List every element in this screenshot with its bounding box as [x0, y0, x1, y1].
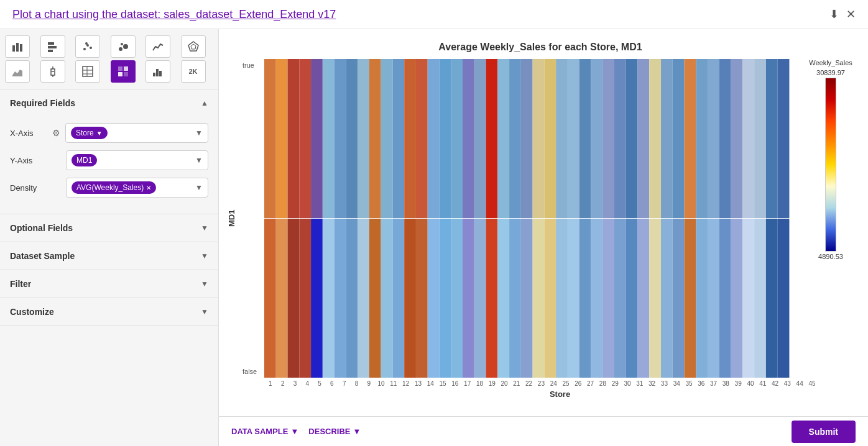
- describe-label: DESCRIBE: [308, 427, 350, 436]
- x-tick: 24: [547, 380, 560, 387]
- chart-icon-area[interactable]: [5, 60, 30, 83]
- svg-rect-57: [416, 219, 428, 378]
- x-tick: 29: [609, 380, 621, 387]
- required-fields-header[interactable]: Required Fields ▲: [0, 89, 218, 117]
- svg-rect-87: [591, 219, 603, 378]
- svg-rect-62: [451, 59, 463, 219]
- svg-rect-63: [451, 219, 463, 378]
- chart-icon-bubble[interactable]: [111, 35, 136, 58]
- x-tick: 17: [461, 380, 474, 387]
- svg-rect-53: [392, 219, 404, 378]
- xaxis-tag[interactable]: Store ▼: [71, 127, 108, 139]
- svg-rect-84: [579, 59, 591, 219]
- svg-point-11: [123, 44, 128, 49]
- svg-rect-51: [381, 219, 393, 378]
- yaxis-dropdown-arrow[interactable]: ▼: [195, 156, 203, 165]
- svg-rect-108: [719, 59, 731, 219]
- density-dropdown-arrow[interactable]: ▼: [195, 183, 203, 192]
- chart-icon-radar[interactable]: [181, 35, 206, 58]
- xaxis-tag-arrow: ▼: [96, 130, 103, 137]
- data-sample-button[interactable]: DATA SAMPLE ▼: [231, 427, 298, 436]
- legend-bar: [825, 78, 836, 252]
- svg-rect-86: [591, 59, 603, 219]
- x-tick: 3: [289, 380, 302, 387]
- svg-rect-79: [544, 219, 556, 378]
- density-tag[interactable]: AVG(Weekly_Sales) ✕: [72, 181, 156, 194]
- svg-rect-105: [696, 219, 708, 378]
- svg-rect-97: [649, 219, 661, 378]
- x-tick: 45: [806, 380, 818, 387]
- x-tick: 22: [523, 380, 535, 387]
- chart-icon-bar-vertical[interactable]: [5, 35, 30, 58]
- close-button[interactable]: ✕: [846, 7, 856, 21]
- chart-area: Average Weekly_Sales for each Store, MD1…: [219, 29, 868, 446]
- x-tick: 38: [719, 380, 732, 387]
- chart-icon-histogram[interactable]: [145, 60, 170, 83]
- filter-header[interactable]: Filter ▼: [0, 270, 218, 298]
- svg-rect-91: [614, 219, 626, 378]
- svg-rect-43: [335, 219, 346, 378]
- xaxis-dropdown-arrow[interactable]: ▼: [195, 129, 203, 137]
- submit-button[interactable]: Submit: [792, 421, 856, 443]
- x-tick: 15: [436, 380, 449, 387]
- svg-rect-102: [685, 59, 696, 219]
- customize-header[interactable]: Customize ▼: [0, 298, 218, 325]
- svg-rect-36: [299, 59, 311, 219]
- svg-rect-116: [766, 59, 778, 219]
- heatmap-svg: [264, 59, 800, 378]
- yaxis-tag[interactable]: MD1: [72, 154, 97, 166]
- chart-icon-2k[interactable]: 2K: [181, 60, 206, 83]
- x-tick: 6: [326, 380, 338, 387]
- svg-rect-48: [369, 59, 381, 219]
- x-tick: 16: [449, 380, 461, 387]
- optional-fields-header[interactable]: Optional Fields ▼: [0, 214, 218, 242]
- svg-rect-104: [696, 59, 708, 219]
- x-tick: 27: [584, 380, 597, 387]
- chart-icon-scatter[interactable]: [75, 35, 100, 58]
- svg-rect-26: [124, 72, 128, 76]
- x-tick: 23: [535, 380, 548, 387]
- required-fields-content: X-Axis ⚙ Store ▼ ▼ Y-Axis M: [0, 117, 218, 214]
- svg-rect-115: [754, 219, 766, 378]
- xaxis-control[interactable]: Store ▼ ▼: [65, 123, 208, 143]
- svg-rect-41: [323, 219, 335, 378]
- svg-rect-85: [579, 219, 591, 378]
- xaxis-gear-icon[interactable]: ⚙: [52, 128, 60, 138]
- x-tick: 41: [757, 380, 769, 387]
- svg-rect-80: [556, 59, 568, 219]
- describe-button[interactable]: DESCRIBE ▼: [308, 427, 361, 436]
- density-control[interactable]: AVG(Weekly_Sales) ✕ ▼: [66, 178, 208, 198]
- xaxis-value: Store: [76, 129, 94, 137]
- x-tick: 11: [387, 380, 400, 387]
- chart-icon-bar-horizontal[interactable]: [40, 35, 65, 58]
- svg-rect-42: [335, 59, 346, 219]
- y-axis-ticks: true false: [242, 59, 264, 378]
- svg-point-8: [90, 47, 92, 49]
- svg-rect-28: [156, 69, 159, 76]
- svg-rect-59: [428, 219, 440, 378]
- density-label: Density: [10, 183, 47, 193]
- optional-fields-section: Optional Fields ▼: [0, 214, 218, 242]
- dataset-sample-header[interactable]: Dataset Sample ▼: [0, 242, 218, 270]
- heatmap-and-legend: Weekly_Sales 30839.97 4890.53: [264, 59, 856, 378]
- svg-rect-100: [673, 59, 685, 219]
- yaxis-control[interactable]: MD1 ▼: [66, 150, 208, 170]
- x-tick: 28: [597, 380, 609, 387]
- legend-min: 4890.53: [818, 253, 843, 260]
- chart-icon-table[interactable]: [75, 60, 100, 83]
- svg-rect-118: [778, 59, 790, 219]
- download-button[interactable]: ⬇: [829, 7, 839, 21]
- x-tick: 32: [646, 380, 658, 387]
- x-tick: 18: [474, 380, 486, 387]
- data-sample-arrow: ▼: [290, 427, 298, 436]
- chart-icon-line[interactable]: [145, 35, 170, 58]
- chart-icon-heatmap[interactable]: [111, 60, 136, 83]
- chart-icon-box[interactable]: [40, 60, 65, 83]
- dataset-link[interactable]: sales_dataset_Extend_Extend v17: [164, 8, 336, 20]
- density-field-row: Density AVG(Weekly_Sales) ✕ ▼: [10, 178, 208, 198]
- x-tick: 13: [412, 380, 425, 387]
- required-fields-label: Required Fields: [10, 98, 75, 108]
- x-tick: 34: [670, 380, 683, 387]
- x-tick: 44: [793, 380, 806, 387]
- yaxis-value: MD1: [76, 156, 92, 165]
